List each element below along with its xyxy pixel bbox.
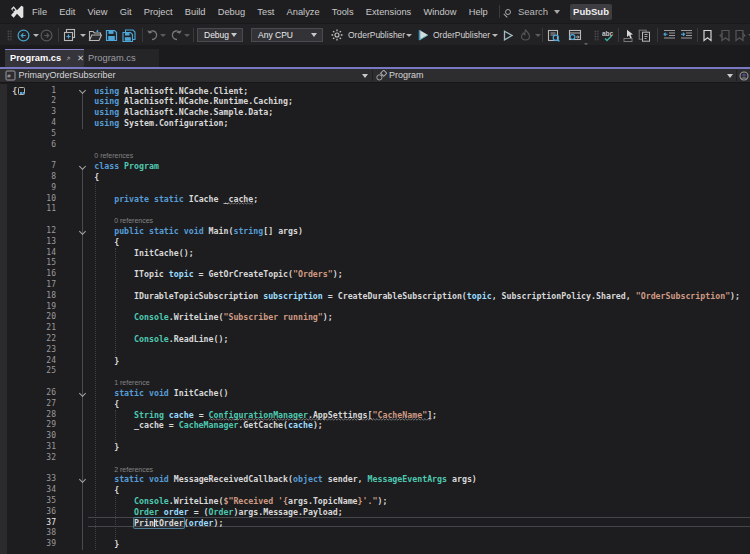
toggle-bookmark-button[interactable] [702,24,713,46]
save-button[interactable] [105,24,118,46]
text-caret [154,519,155,528]
code-line: } [94,356,119,367]
navigate-backward-dropdown[interactable] [33,24,39,46]
open-file-button[interactable] [88,24,102,46]
code-line: using Alachisoft.NCache.Client; [94,86,248,97]
visual-studio-logo [9,4,25,20]
new-project-dropdown[interactable] [80,24,86,46]
code-line: { [94,485,119,496]
toggle-selection-mode-button[interactable] [623,24,637,46]
previous-bookmark-button[interactable] [719,24,731,46]
next-bookmark-button[interactable] [734,24,746,46]
line-number: 38 [0,528,56,539]
navigate-backward-button[interactable] [17,24,30,46]
line-number: 22 [0,334,56,345]
class-icon [376,70,387,81]
tab-program-cs-inactive[interactable]: Program.cs [84,49,159,67]
toolbar-separator [542,28,543,42]
solution-explorer-sync-button[interactable] [568,24,582,46]
svg-text:#: # [7,73,11,79]
hot-reload-button[interactable] [520,24,531,46]
start-without-debugging-button[interactable] [503,24,513,46]
project-dropdown[interactable]: # PrimaryOrderSubscriber [5,69,116,82]
fold-collapse-chevron[interactable] [78,226,86,237]
chevron-down-icon [554,10,560,14]
redo-dropdown[interactable] [184,24,190,46]
startup-project-dropdown[interactable] [406,24,412,46]
code-line: Order order = (Order)args.Message.Payloa… [94,507,342,518]
menu-debug[interactable]: Debug [212,7,252,17]
line-number: 27 [0,399,56,410]
code-line: using System.Configuration; [94,118,228,129]
hot-reload-dropdown[interactable] [535,24,541,46]
close-icon[interactable]: ✕ [77,53,84,63]
navigate-forward-button[interactable] [40,24,53,46]
decrease-indent-button[interactable] [663,24,676,46]
member-dropdown[interactable]: Program [376,69,424,82]
codelens-references[interactable]: 0 references [114,215,153,226]
run-target-label[interactable]: OrderPublisher [433,24,490,46]
save-all-button[interactable] [122,24,136,46]
tab-label: Program.cs [10,53,61,63]
code-line: } [94,442,119,453]
codelens-references[interactable]: 0 references [94,150,133,161]
menu-bar: FileEditViewGitProjectBuildDebugTestAnal… [0,0,750,23]
redo-button[interactable] [170,24,183,46]
solution-configuration-combobox[interactable]: Debug [197,28,243,42]
menu-build[interactable]: Build [179,7,212,17]
fold-collapse-chevron[interactable] [78,474,86,485]
startup-project-gear-icon[interactable] [331,24,343,46]
menu-git[interactable]: Git [114,7,138,17]
menu-file[interactable]: File [26,7,53,17]
menu-tools[interactable]: Tools [326,7,360,17]
search-icon [505,9,511,15]
solution-platform-combobox[interactable]: Any CPU [251,28,323,42]
codelens-references[interactable]: 2 references [114,464,153,475]
configuration-label: Debug [204,30,229,40]
search-label: Search [518,6,548,17]
codelens-references[interactable]: 1 reference [114,377,149,388]
menu-edit[interactable]: Edit [53,7,81,17]
solution-badge[interactable]: PubSub [570,4,612,20]
fold-collapse-chevron[interactable] [78,161,86,172]
line-number: 5 [0,129,56,140]
menu-window[interactable]: Window [417,7,462,17]
run-target-dropdown[interactable] [492,24,498,46]
line-number: 8 [0,172,56,183]
new-project-button[interactable] [63,24,77,46]
toolbar-grip[interactable] [594,30,599,41]
start-debugging-button[interactable] [418,24,429,46]
fold-collapse-chevron[interactable] [78,86,86,97]
vertical-scrollbar[interactable] [743,84,750,554]
code-line: } [94,539,119,550]
undo-dropdown[interactable] [160,24,166,46]
spell-checker-button[interactable]: abc [602,24,615,46]
menu-project[interactable]: Project [138,7,179,17]
toolbar-separator [697,28,698,42]
line-number: 35 [0,496,56,507]
code-line: { [94,399,119,410]
code-line: Console.WriteLine("Subscriber running"); [94,312,332,323]
outlining-margin-line [82,94,83,129]
undo-button[interactable] [146,24,159,46]
pin-icon[interactable] [66,54,71,63]
toolbar-grip[interactable] [7,30,12,41]
menu-test[interactable]: Test [251,7,280,17]
menu-help[interactable]: Help [463,7,494,17]
menu-analyze[interactable]: Analyze [280,7,325,17]
code-line: Console.ReadLine(); [94,334,228,345]
tab-program-cs-active[interactable]: Program.cs ✕ [5,49,84,67]
fold-collapse-chevron[interactable] [78,388,86,399]
code-line: class Program [94,161,159,172]
startup-project-label[interactable]: OrderPublisher [348,24,405,46]
editor-options-icon[interactable] [739,71,749,81]
search-control[interactable]: Search [505,0,560,23]
menu-view[interactable]: View [81,7,113,17]
increase-indent-button[interactable] [680,24,693,46]
code-line: { [94,172,99,183]
menu-extensions[interactable]: Extensions [360,7,418,17]
find-in-files-button[interactable] [547,24,560,46]
duplicate-code-button[interactable] [638,24,651,46]
code-editor[interactable]: { 1using Alachisoft.NCache.Client;2using… [0,84,750,554]
line-number: 37 [0,518,56,529]
